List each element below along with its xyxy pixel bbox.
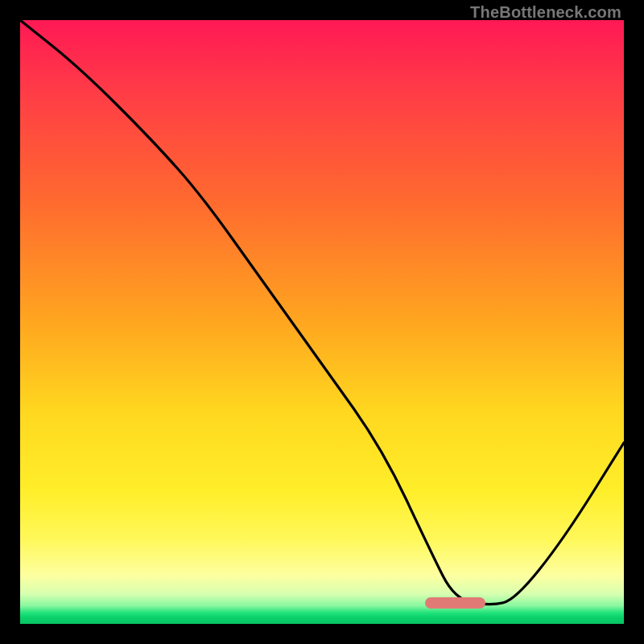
curve-path [20,20,624,605]
bottleneck-curve [20,20,624,624]
chart-frame: TheBottleneck.com [0,0,644,644]
optimal-range-marker [425,597,485,609]
attribution-label: TheBottleneck.com [470,3,621,22]
plot-area [20,20,624,624]
